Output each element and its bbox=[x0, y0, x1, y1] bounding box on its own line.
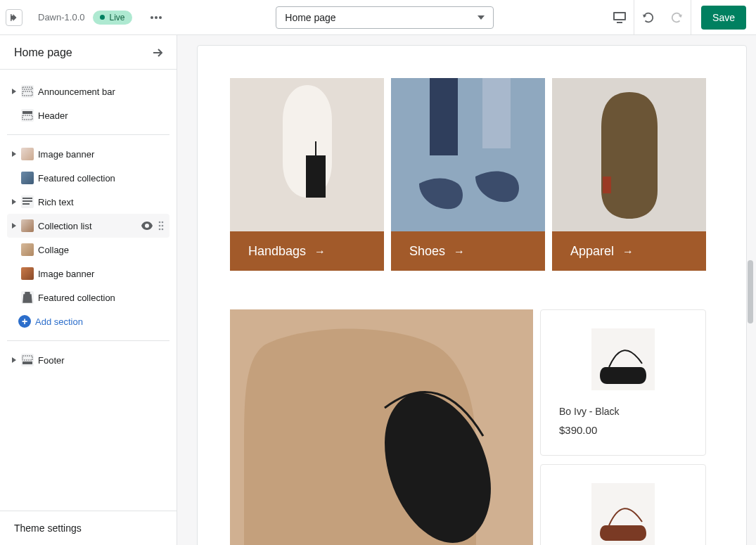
product-image bbox=[591, 328, 655, 390]
svg-rect-5 bbox=[617, 22, 622, 23]
scrollbar-thumb[interactable] bbox=[748, 260, 753, 323]
collection-image bbox=[552, 78, 706, 231]
disclosure-triangle-icon[interactable] bbox=[10, 151, 18, 157]
viewport-desktop-button[interactable] bbox=[606, 0, 634, 35]
svg-point-16 bbox=[162, 225, 164, 227]
svg-rect-26 bbox=[482, 78, 511, 148]
sidebar-item-label: Collection list bbox=[38, 221, 141, 231]
richtext-icon bbox=[21, 195, 34, 208]
preview-frame[interactable]: Handbags Shoes Apparel bbox=[197, 45, 747, 545]
divider bbox=[7, 340, 169, 341]
svg-rect-25 bbox=[430, 78, 458, 155]
sidebar-item-rich-text[interactable]: Rich text bbox=[7, 190, 169, 214]
footer-icon bbox=[21, 354, 34, 366]
collection-image bbox=[230, 78, 384, 231]
caret-down-icon bbox=[478, 15, 485, 20]
sidebar-item-announcement-bar[interactable]: Announcement bar bbox=[7, 79, 169, 103]
sidebar-item-image-banner-2[interactable]: Image banner bbox=[7, 262, 169, 286]
svg-rect-24 bbox=[391, 78, 545, 231]
sidebar-item-label: Image banner bbox=[38, 269, 167, 279]
sidebar-item-label: Header bbox=[38, 110, 167, 121]
topbar-left: Dawn-1.0.0 Live bbox=[0, 9, 165, 26]
svg-rect-4 bbox=[615, 13, 624, 19]
sidebar: Home page Announcement bar Header bbox=[0, 35, 177, 545]
dots-horizontal-icon bbox=[150, 16, 162, 19]
divider bbox=[691, 0, 691, 35]
sidebar-item-label: Image banner bbox=[38, 149, 167, 160]
undo-button[interactable] bbox=[634, 0, 662, 35]
collection-card-shoes[interactable]: Shoes bbox=[391, 78, 545, 271]
disclosure-triangle-icon[interactable] bbox=[10, 89, 18, 94]
collage-preview: Bo Ivy - Black $390.00 bbox=[198, 271, 746, 545]
section-thumbnail bbox=[21, 267, 34, 280]
collection-card-handbags[interactable]: Handbags bbox=[230, 78, 384, 271]
svg-point-0 bbox=[150, 16, 153, 19]
sidebar-item-label: Featured collection bbox=[38, 293, 167, 303]
page-selector[interactable]: Home page bbox=[276, 6, 494, 29]
add-section-label: Add section bbox=[35, 316, 167, 327]
collection-title: Handbags bbox=[248, 244, 306, 259]
svg-rect-6 bbox=[23, 87, 32, 89]
collection-title-bar: Shoes bbox=[391, 231, 545, 271]
section-thumbnail bbox=[21, 172, 34, 184]
redo-button[interactable] bbox=[662, 0, 691, 35]
sidebar-item-collection-list[interactable]: Collection list bbox=[7, 214, 169, 238]
sidebar-item-label: Featured collection bbox=[38, 173, 167, 184]
collection-card-apparel[interactable]: Apparel bbox=[552, 78, 706, 271]
disclosure-triangle-icon[interactable] bbox=[10, 223, 18, 229]
disclosure-triangle-icon[interactable] bbox=[10, 199, 18, 205]
svg-point-13 bbox=[159, 222, 161, 224]
more-actions-button[interactable] bbox=[148, 9, 165, 26]
product-card[interactable] bbox=[540, 464, 706, 545]
product-card[interactable]: Bo Ivy - Black $390.00 bbox=[540, 309, 706, 456]
drag-handle-icon[interactable] bbox=[158, 221, 164, 231]
collection-title-bar: Handbags bbox=[230, 231, 384, 271]
sidebar-item-label: Announcement bar bbox=[38, 86, 167, 97]
arrow-right-icon bbox=[622, 244, 634, 259]
svg-point-14 bbox=[162, 222, 164, 224]
plus-circle-icon: + bbox=[18, 315, 31, 328]
collection-image bbox=[391, 78, 545, 231]
topbar-center: Home page bbox=[165, 6, 606, 29]
arrow-right-icon bbox=[454, 244, 465, 259]
collage-main-image[interactable] bbox=[230, 309, 533, 545]
svg-point-15 bbox=[159, 225, 161, 227]
sidebar-item-header[interactable]: Header bbox=[7, 103, 169, 127]
svg-rect-28 bbox=[603, 177, 611, 193]
collage-side: Bo Ivy - Black $390.00 bbox=[540, 309, 706, 545]
sidebar-item-footer[interactable]: Footer bbox=[7, 348, 169, 372]
svg-rect-10 bbox=[23, 198, 32, 199]
svg-point-18 bbox=[162, 229, 164, 231]
live-badge: Live bbox=[93, 11, 132, 25]
sidebar-header: Home page bbox=[0, 35, 177, 70]
collection-list-preview: Handbags Shoes Apparel bbox=[198, 46, 746, 271]
arrow-right-icon[interactable] bbox=[153, 49, 162, 57]
add-section-button[interactable]: + Add section bbox=[7, 309, 169, 333]
back-arrow-icon bbox=[9, 13, 19, 23]
svg-rect-9 bbox=[23, 115, 32, 120]
sidebar-item-featured-collection-2[interactable]: Featured collection bbox=[7, 286, 169, 309]
live-dot-icon bbox=[100, 15, 105, 20]
desktop-icon bbox=[613, 11, 627, 24]
svg-rect-20 bbox=[23, 361, 32, 364]
back-button[interactable] bbox=[6, 9, 23, 26]
theme-settings-button[interactable]: Theme settings bbox=[0, 511, 177, 545]
sidebar-item-label: Rich text bbox=[38, 197, 167, 207]
announcement-icon bbox=[21, 85, 34, 98]
save-button[interactable]: Save bbox=[701, 6, 746, 30]
body: Home page Announcement bar Header bbox=[0, 35, 756, 545]
section-thumbnail bbox=[21, 148, 34, 160]
sidebar-item-collage[interactable]: Collage bbox=[7, 238, 169, 262]
eye-icon[interactable] bbox=[141, 222, 153, 230]
svg-point-17 bbox=[159, 229, 161, 231]
svg-point-2 bbox=[159, 16, 162, 19]
disclosure-triangle-icon[interactable] bbox=[10, 357, 18, 363]
sidebar-item-featured-collection[interactable]: Featured collection bbox=[7, 166, 169, 190]
svg-rect-22 bbox=[306, 155, 326, 198]
collection-title: Shoes bbox=[409, 244, 445, 259]
sidebar-item-image-banner[interactable]: Image banner bbox=[7, 142, 169, 166]
theme-settings-label: Theme settings bbox=[14, 522, 82, 534]
scrollbar-track[interactable] bbox=[746, 35, 755, 545]
page-title: Home page bbox=[14, 46, 72, 59]
header-icon bbox=[21, 109, 34, 122]
